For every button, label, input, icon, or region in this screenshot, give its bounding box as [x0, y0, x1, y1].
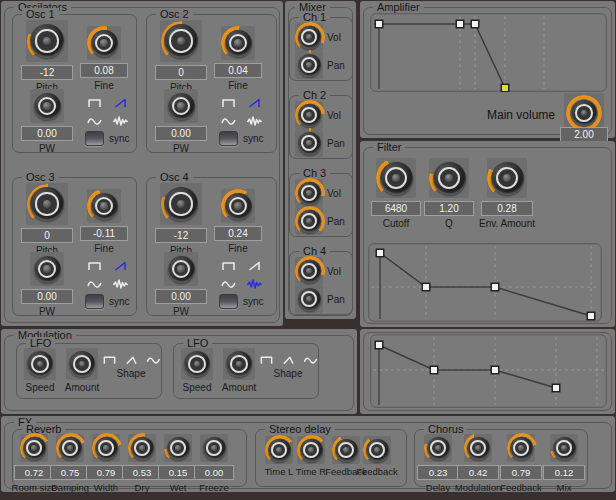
knob-cutoff[interactable]: [376, 158, 416, 198]
square-wave-icon[interactable]: [86, 260, 103, 272]
knob-fine[interactable]: [87, 189, 121, 223]
saw-wave-icon[interactable]: [246, 97, 263, 109]
value-cutoff[interactable]: 6480: [371, 201, 421, 216]
vol-knob[interactable]: [295, 101, 323, 129]
knob-pw[interactable]: [30, 89, 64, 123]
knob-wet[interactable]: [164, 434, 192, 462]
value-pitch[interactable]: 0: [21, 228, 73, 243]
value-pw[interactable]: 0.00: [21, 126, 73, 141]
main-volume-value[interactable]: 2.00: [560, 127, 608, 142]
knob-pitch[interactable]: [26, 20, 68, 62]
envelope-handle[interactable]: [456, 20, 464, 28]
knob-pitch[interactable]: [160, 20, 202, 62]
pan-knob[interactable]: [295, 51, 323, 79]
modulation-envelope-holder[interactable]: [370, 334, 607, 408]
knob-width[interactable]: [92, 434, 120, 462]
tri-wave-icon[interactable]: [281, 354, 296, 366]
knob-amount[interactable]: [66, 348, 98, 380]
knob-speed[interactable]: [181, 348, 213, 380]
knob-feedback[interactable]: [332, 436, 360, 464]
envelope-handle[interactable]: [375, 341, 383, 349]
value-fine[interactable]: 0.08: [80, 63, 128, 78]
modulation-envelope-graph[interactable]: [370, 334, 607, 408]
value-fine[interactable]: 0.04: [214, 63, 262, 78]
value-delay[interactable]: 0.23: [417, 465, 459, 480]
square-wave-icon[interactable]: [220, 260, 237, 272]
value-env-amount[interactable]: 0.28: [481, 201, 533, 216]
knob-damping[interactable]: [56, 434, 84, 462]
square-wave-icon[interactable]: [220, 97, 237, 109]
saw-wave-icon[interactable]: [112, 97, 129, 109]
sync-button[interactable]: [219, 294, 238, 309]
knob-time-r[interactable]: [297, 436, 325, 464]
knob-pitch[interactable]: [26, 183, 68, 225]
knob-q[interactable]: [429, 158, 469, 198]
value-freeze[interactable]: 0.00: [194, 465, 234, 480]
value-pitch[interactable]: 0: [155, 65, 207, 80]
sine-wave-icon[interactable]: [86, 278, 103, 290]
noise-wave-icon[interactable]: [246, 278, 263, 290]
value-dry[interactable]: 0.53: [122, 465, 162, 480]
knob-pw[interactable]: [30, 252, 64, 286]
envelope-handle[interactable]: [375, 20, 383, 28]
value-pw[interactable]: 0.00: [155, 289, 207, 304]
square-wave-icon[interactable]: [259, 354, 274, 366]
value-fine[interactable]: 0.24: [214, 226, 262, 241]
envelope-handle[interactable]: [552, 384, 560, 392]
vol-knob[interactable]: [295, 179, 323, 207]
envelope-handle[interactable]: [587, 312, 595, 320]
value-feedback[interactable]: 0.79: [500, 465, 542, 480]
filter-envelope-graph[interactable]: [368, 243, 602, 322]
sine-wave-icon[interactable]: [220, 278, 237, 290]
knob-pw[interactable]: [164, 89, 198, 123]
pan-knob[interactable]: [295, 285, 323, 313]
knob-amount[interactable]: [223, 348, 255, 380]
knob-env-amount[interactable]: [487, 158, 527, 198]
knob-delay[interactable]: [424, 434, 452, 462]
knob-feedback[interactable]: [363, 436, 391, 464]
noise-wave-icon[interactable]: [112, 278, 129, 290]
amplifier-envelope-holder[interactable]: [370, 13, 607, 92]
sine-wave-icon[interactable]: [86, 115, 103, 127]
value-pitch[interactable]: -12: [155, 228, 207, 243]
envelope-handle[interactable]: [491, 366, 499, 374]
value-mix[interactable]: 0.12: [543, 465, 585, 480]
amplifier-envelope-graph[interactable]: [370, 13, 607, 92]
knob-speed[interactable]: [24, 348, 56, 380]
knob-freeze[interactable]: [200, 434, 228, 462]
sync-button[interactable]: [219, 131, 238, 146]
sine-wave-icon[interactable]: [220, 115, 237, 127]
knob-modulation[interactable]: [464, 434, 492, 462]
knob-pw[interactable]: [164, 252, 198, 286]
knob-feedback[interactable]: [507, 434, 535, 462]
value-pitch[interactable]: -12: [21, 65, 73, 80]
filter-envelope-holder[interactable]: [368, 243, 602, 322]
sine-wave-icon[interactable]: [303, 354, 318, 366]
saw-wave-icon[interactable]: [246, 260, 263, 272]
envelope-handle[interactable]: [491, 283, 499, 291]
sync-button[interactable]: [85, 131, 104, 146]
value-pw[interactable]: 0.00: [21, 289, 73, 304]
value-damping[interactable]: 0.75: [50, 465, 90, 480]
knob-pitch[interactable]: [160, 183, 202, 225]
value-pw[interactable]: 0.00: [155, 126, 207, 141]
envelope-handle[interactable]: [430, 366, 438, 374]
value-room-size[interactable]: 0.72: [14, 465, 54, 480]
square-wave-icon[interactable]: [102, 354, 117, 366]
envelope-handle[interactable]: [471, 20, 479, 28]
vol-knob[interactable]: [295, 23, 323, 51]
pan-knob[interactable]: [295, 129, 323, 157]
vol-knob[interactable]: [295, 257, 323, 285]
pan-knob[interactable]: [295, 207, 323, 235]
knob-fine[interactable]: [221, 26, 255, 60]
envelope-handle[interactable]: [376, 249, 384, 257]
knob-fine[interactable]: [87, 26, 121, 60]
sync-button[interactable]: [85, 294, 104, 309]
knob-fine[interactable]: [221, 189, 255, 223]
square-wave-icon[interactable]: [86, 97, 103, 109]
noise-wave-icon[interactable]: [246, 115, 263, 127]
value-wet[interactable]: 0.15: [158, 465, 198, 480]
sine-wave-icon[interactable]: [146, 354, 161, 366]
value-q[interactable]: 1.20: [424, 201, 474, 216]
value-modulation[interactable]: 0.42: [457, 465, 499, 480]
